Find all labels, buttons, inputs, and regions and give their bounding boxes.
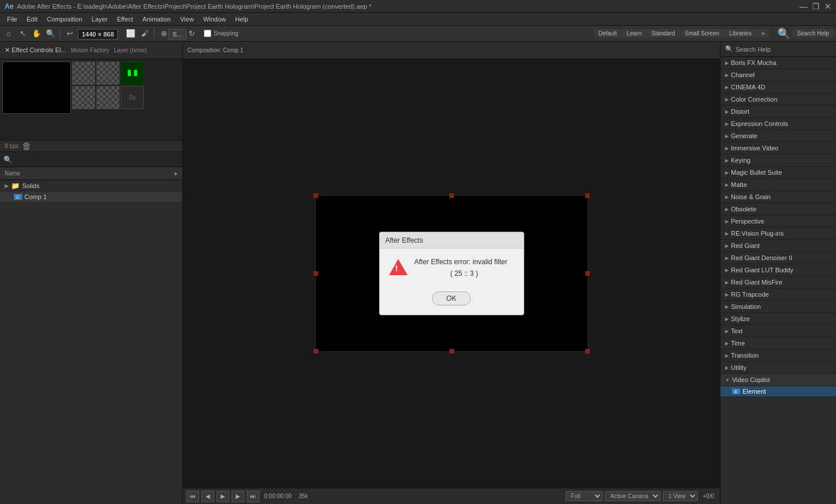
- toolbar-paint-btn[interactable]: 🖌: [138, 27, 151, 40]
- effect-cat-rg-trapcode[interactable]: ▶ RG Trapcode: [720, 289, 836, 301]
- project-folder-solids[interactable]: ▶ 📁 Solids: [0, 180, 182, 192]
- menu-file[interactable]: File: [2, 15, 22, 24]
- window-title: Adobe After Effects - E:\sadegh\Adobe\Af…: [17, 3, 371, 10]
- effect-cat-red-giant-misfire[interactable]: ▶ Red Giant MisFire: [720, 276, 836, 289]
- workspace-small-screen[interactable]: Small Screen: [680, 29, 724, 38]
- vc-view-select[interactable]: 1 View: [663, 491, 698, 501]
- search-help-button[interactable]: Search Help: [792, 29, 834, 38]
- workspace-default[interactable]: Default: [594, 29, 622, 38]
- chevron-cinema4d: ▶: [725, 85, 729, 90]
- toolbar-sep3: [154, 28, 154, 39]
- effect-cat-text[interactable]: ▶ Text: [720, 325, 836, 337]
- project-item-comp1[interactable]: C Comp 1: [0, 192, 182, 202]
- effect-cat-obsolete-label: Obsolete: [731, 206, 756, 213]
- effect-cat-noise-label: Noise & Grain: [731, 193, 770, 200]
- menu-animation[interactable]: Animation: [138, 15, 175, 24]
- effect-cat-perspective-label: Perspective: [731, 218, 764, 225]
- effect-cat-perspective[interactable]: ▶ Perspective: [720, 215, 836, 228]
- menu-edit[interactable]: Edit: [22, 15, 42, 24]
- thumb-5[interactable]: [96, 86, 120, 109]
- toolbar-zoom-btn[interactable]: 🔍: [44, 27, 57, 40]
- viewer-panel-label: Composition: Comp 1: [188, 47, 243, 53]
- effect-cat-stylize-label: Stylize: [731, 315, 749, 322]
- effect-cat-utility[interactable]: ▶ Utility: [720, 362, 836, 374]
- ok-button[interactable]: OK: [432, 291, 471, 305]
- error-dialog: After Effects After Effects error: inval…: [379, 232, 524, 315]
- toolbar-hand-btn[interactable]: ✋: [30, 27, 43, 40]
- workspace-learn[interactable]: Learn: [622, 29, 646, 38]
- effect-cat-noise[interactable]: ▶ Noise & Grain: [720, 191, 836, 203]
- vc-first-frame[interactable]: ⏮: [186, 491, 199, 502]
- thumb-green[interactable]: ▐▌▐▌: [121, 62, 144, 85]
- vc-play[interactable]: ▶: [217, 491, 229, 502]
- error-text-area: After Effects error: invalid filter ( 25…: [415, 258, 514, 278]
- effect-cat-keying[interactable]: ▶ Keying: [720, 154, 836, 167]
- effect-cat-red-giant-denoiser[interactable]: ▶ Red Giant Denoiser II: [720, 252, 836, 264]
- motion-factory-label: Motion Factory: [71, 47, 109, 53]
- vc-next-frame[interactable]: ▶: [232, 491, 244, 502]
- menu-effect[interactable]: Effect: [112, 15, 138, 24]
- thumb-1[interactable]: [72, 62, 95, 85]
- menu-layer[interactable]: Layer: [87, 15, 113, 24]
- effect-cat-time[interactable]: ▶ Time: [720, 337, 836, 350]
- effect-cat-transition[interactable]: ▶ Transition: [720, 350, 836, 362]
- snapping-checkbox[interactable]: [204, 30, 211, 37]
- toolbar-home-btn[interactable]: ⌂: [2, 27, 15, 40]
- effect-cat-obsolete[interactable]: ▶ Obsolete: [720, 203, 836, 215]
- chevron-text: ▶: [725, 329, 729, 334]
- effect-cat-immersive[interactable]: ▶ Immersive Video: [720, 142, 836, 154]
- effect-cat-red-giant[interactable]: ▶ Red Giant: [720, 240, 836, 252]
- main-thumbnail: [2, 62, 71, 114]
- project-search-input[interactable]: [15, 156, 179, 163]
- title-bar: Ae Adobe After Effects - E:\sadegh\Adobe…: [0, 0, 836, 13]
- workspace-more[interactable]: »: [756, 29, 769, 38]
- workspace-libraries[interactable]: Libraries: [725, 29, 756, 38]
- vc-quality-select[interactable]: Full Half Quarter: [565, 491, 603, 501]
- effect-cat-stylize[interactable]: ▶ Stylize: [720, 313, 836, 325]
- toolbar-rotate-btn[interactable]: ↻: [185, 27, 198, 40]
- vc-last-frame[interactable]: ⏭: [247, 491, 260, 502]
- effect-cat-video-copilot[interactable]: ▼ Video Copilot: [720, 374, 836, 386]
- effect-cat-matte[interactable]: ▶ Matte: [720, 179, 836, 191]
- maximize-button[interactable]: ❐: [812, 2, 820, 10]
- vc-prev-frame[interactable]: ◀: [201, 491, 214, 502]
- effect-cat-magic-bullet[interactable]: ▶ Magic Bullet Suite: [720, 167, 836, 179]
- effect-cat-red-giant-lut[interactable]: ▶ Red Giant LUT Buddy: [720, 264, 836, 276]
- error-code: ( 25 :: 3 ): [415, 269, 514, 278]
- thumb-6[interactable]: Rx: [121, 86, 144, 109]
- thumb-2[interactable]: [96, 62, 120, 85]
- minimize-button[interactable]: —: [799, 2, 808, 10]
- chevron-magic-bullet: ▶: [725, 170, 729, 175]
- menu-window[interactable]: Window: [199, 15, 230, 24]
- vc-timecode: 0:00:00:00: [262, 493, 294, 499]
- effect-cat-revision[interactable]: ▶ RE:Vision Plug-ins: [720, 228, 836, 240]
- effect-cat-color-correction-label: Color Correction: [731, 96, 777, 103]
- error-message: After Effects error: invalid filter: [415, 258, 514, 266]
- chevron-stylize: ▶: [725, 316, 729, 322]
- menu-view[interactable]: View: [175, 15, 199, 24]
- menu-help[interactable]: Help: [230, 15, 253, 24]
- toolbar-workspace-group: Default Learn Standard Small Screen Libr…: [594, 29, 769, 38]
- trash-icon[interactable]: 🗑: [22, 141, 31, 152]
- effect-cat-color-correction[interactable]: ▶ Color Correction: [720, 93, 836, 106]
- menu-composition[interactable]: Composition: [42, 15, 87, 24]
- workspace-standard[interactable]: Standard: [647, 29, 680, 38]
- effect-cat-boris[interactable]: ▶ Boris FX Mocha: [720, 57, 836, 69]
- folder-expand-icon: ▶: [5, 183, 9, 189]
- toolbar-select-btn[interactable]: ↖: [16, 27, 29, 40]
- vc-camera-select[interactable]: Active Camera: [605, 491, 661, 501]
- effect-cat-simulation[interactable]: ▶ Simulation: [720, 301, 836, 313]
- effect-cat-generate[interactable]: ▶ Generate: [720, 130, 836, 142]
- effect-sub-element[interactable]: E Element: [720, 386, 836, 397]
- effects-list: ▶ Boris FX Mocha ▶ Channel ▶ CINEMA 4D ▶…: [720, 57, 836, 504]
- effect-cat-matte-label: Matte: [731, 181, 747, 188]
- thumb-4[interactable]: [72, 86, 95, 109]
- close-button[interactable]: ✕: [824, 2, 831, 10]
- effect-cat-channel[interactable]: ▶ Channel: [720, 69, 836, 81]
- toolbar-undo-btn[interactable]: ↩: [63, 27, 76, 40]
- effect-cat-distort[interactable]: ▶ Distort: [720, 106, 836, 118]
- effect-cat-cinema4d[interactable]: ▶ CINEMA 4D: [720, 81, 836, 93]
- toolbar-shape-btn[interactable]: ⬜: [124, 27, 137, 40]
- effect-cat-expression[interactable]: ▶ Expression Controls: [720, 118, 836, 130]
- chevron-generate: ▶: [725, 134, 729, 139]
